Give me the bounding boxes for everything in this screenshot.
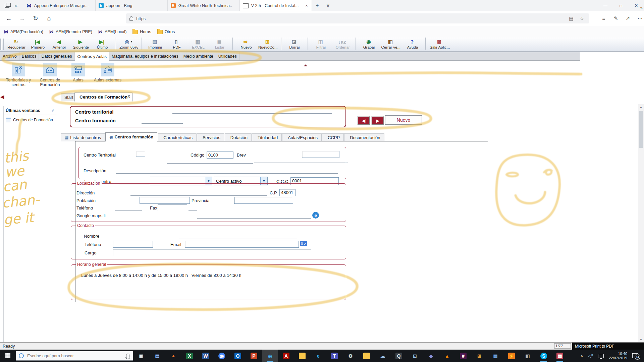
subtab[interactable]: Titularidad <box>252 133 282 141</box>
new-tab-button[interactable]: + <box>312 0 323 11</box>
app-doc-icon[interactable]: ▤ <box>149 350 165 362</box>
refresh-icon[interactable]: ↻ <box>29 15 42 22</box>
document-close-icon[interactable]: X <box>127 94 130 99</box>
sports-app-icon[interactable]: ⚡ <box>503 350 520 362</box>
subtab[interactable]: Características <box>158 133 197 141</box>
menu-tab[interactable]: Centros y Aulas <box>75 52 110 61</box>
next-record-button[interactable]: ▶ <box>371 116 384 125</box>
subtab[interactable]: CCPP <box>322 133 344 141</box>
tab-close-icon[interactable]: × <box>305 3 309 8</box>
subtab[interactable]: Lista de centros <box>61 133 105 141</box>
descripcion-input[interactable] <box>116 168 338 174</box>
maximize-button[interactable]: □ <box>613 0 629 11</box>
task-view-icon[interactable]: ▣ <box>133 350 149 362</box>
powerpoint-icon[interactable]: P <box>246 350 262 362</box>
search-input[interactable] <box>26 353 123 359</box>
ribbon-collapse-icon[interactable]: ▲ <box>303 63 309 67</box>
centro-formacion-desc-field[interactable] <box>184 117 331 123</box>
favorites-item[interactable]: Horas <box>132 29 151 34</box>
toolbar-button[interactable]: ▶| Último <box>92 38 113 50</box>
teams-icon[interactable]: T <box>326 350 342 362</box>
poblacion-input[interactable] <box>140 197 190 204</box>
volume-muted-icon[interactable]: ◁× <box>588 354 593 358</box>
collapse-chevrons-icon[interactable]: « <box>51 109 56 112</box>
menu-tab[interactable]: Medio ambiente <box>181 52 216 60</box>
toolbar-button[interactable]: ◉ Grabar <box>356 38 380 50</box>
toolbar-button[interactable]: ⇨ Nuevo <box>232 38 257 50</box>
toolbar-button[interactable]: ↓az Ordenar <box>332 38 354 50</box>
direccion-input[interactable] <box>130 190 267 196</box>
tab-dropdown-icon[interactable]: ∨ <box>323 0 333 11</box>
ribbon-item-territoriales[interactable]: Territoriales y centros <box>3 63 34 87</box>
toolbar-button[interactable]: ⊠ Salir Aplic... <box>425 38 451 50</box>
horario-extra-line[interactable] <box>81 285 330 291</box>
file-explorer-icon[interactable] <box>294 350 310 362</box>
outlook-icon[interactable]: O <box>230 350 246 362</box>
folder-icon[interactable] <box>359 350 375 362</box>
subtab[interactable]: Servicios <box>197 133 224 141</box>
sidebar-splitter-icon[interactable]: ◀ <box>0 94 4 100</box>
subtab[interactable]: Centros formación <box>105 132 157 141</box>
scroll-down-icon[interactable]: ▼ <box>638 337 644 342</box>
cp-input[interactable]: 48001 <box>279 189 296 196</box>
horario-text[interactable]: Lunes a Jueves de 8:00 a 14:00 h y de 15… <box>81 273 241 278</box>
sql-app-icon[interactable]: Q <box>391 350 407 362</box>
toolbar-button[interactable]: ↻ Recuperar <box>6 38 27 50</box>
favorite-star-icon[interactable]: ☆ <box>578 16 586 21</box>
slack-icon[interactable]: # <box>455 350 471 362</box>
toolbar-button[interactable]: ▦ EXCEL <box>187 38 209 50</box>
onedrive-icon[interactable]: ☁ <box>375 350 391 362</box>
cubes-app-icon[interactable]: ◧ <box>520 350 536 362</box>
provincia-input[interactable] <box>234 197 293 204</box>
browser-tab[interactable]: V 2.5 - Control de Instal... × <box>240 0 312 11</box>
toolbar-button[interactable]: ◧ Cerrar ve... <box>380 38 402 50</box>
menu-tab[interactable]: Básicos <box>19 52 39 60</box>
subtab[interactable]: Documentación <box>344 133 384 141</box>
address-url[interactable]: https <box>136 16 564 21</box>
vlc-icon[interactable]: ▲ <box>439 350 455 362</box>
toolbar-button[interactable]: ▤ Imprimir <box>142 38 166 50</box>
taskbar-clock[interactable]: 10:40 22/07/2019 <box>609 352 627 360</box>
favorites-item[interactable]: Otros <box>157 29 175 34</box>
main-extra-field-1[interactable] <box>167 158 253 164</box>
tray-chevron-icon[interactable]: ∧ <box>580 354 583 358</box>
tab-preview-icon[interactable] <box>5 4 9 8</box>
fax-input[interactable] <box>158 204 187 211</box>
remote-desktop-icon[interactable]: ⊡ <box>407 350 423 362</box>
subtab[interactable]: Dotación <box>225 133 252 141</box>
favorites-item[interactable]: AEM(Local) <box>98 29 126 34</box>
toolbar-button[interactable]: ◀ Anterior <box>49 38 70 50</box>
toolbar-button[interactable]: ▶ Siguiente <box>70 38 92 50</box>
ie-icon[interactable]: e <box>310 350 326 362</box>
menu-tab[interactable]: Utilidades <box>216 52 239 60</box>
chrome-icon[interactable]: ◉ <box>214 350 230 362</box>
forward-icon[interactable]: → <box>15 15 29 22</box>
table-app-icon[interactable]: ▦ <box>487 350 503 362</box>
excel-icon[interactable]: X <box>181 350 198 362</box>
page-scrollbar[interactable]: ▲ ▼ <box>638 104 644 342</box>
cine-app-icon[interactable]: ▦ <box>552 350 568 362</box>
app-diamond-icon[interactable]: ◆ <box>423 350 439 362</box>
settings-gear-icon[interactable]: ⚙ <box>342 350 359 362</box>
subtab[interactable]: Aulas/Espacios <box>282 133 322 141</box>
action-center-icon[interactable]: 14 <box>632 353 638 358</box>
toolbar-button[interactable]: ? Ayuda <box>402 38 423 50</box>
grid-app-icon[interactable]: ⊞ <box>471 350 487 362</box>
microphone-icon[interactable] <box>126 354 129 358</box>
nombre-input[interactable] <box>179 233 297 239</box>
hub-icon[interactable]: ≡ <box>598 16 610 21</box>
centro-territorial-desc-field[interactable] <box>172 108 332 114</box>
more-options-icon[interactable]: ⋯ <box>634 15 644 21</box>
google-maps-input[interactable] <box>197 213 311 219</box>
contacto-telefono-input[interactable] <box>113 241 153 248</box>
ribbon-item-centros-formacion[interactable]: Centros de Formación <box>34 63 66 87</box>
sidebar-item-centros-formacion[interactable]: Centros de Formación <box>4 115 57 125</box>
toolbar-button[interactable]: ≣ Listar <box>209 38 230 50</box>
menu-tab[interactable]: Archivo <box>0 52 19 60</box>
toolbar-button[interactable]: ▯ PDF <box>166 38 187 50</box>
browser-tab[interactable]: appeon - Bing <box>96 0 168 11</box>
favorites-item[interactable]: AEM(Producción) <box>4 29 43 34</box>
scroll-up-icon[interactable]: ▲ <box>638 104 644 110</box>
toolbar-button[interactable]: ◪ Borrar <box>281 38 306 50</box>
main-extra-field-2[interactable] <box>254 157 348 163</box>
